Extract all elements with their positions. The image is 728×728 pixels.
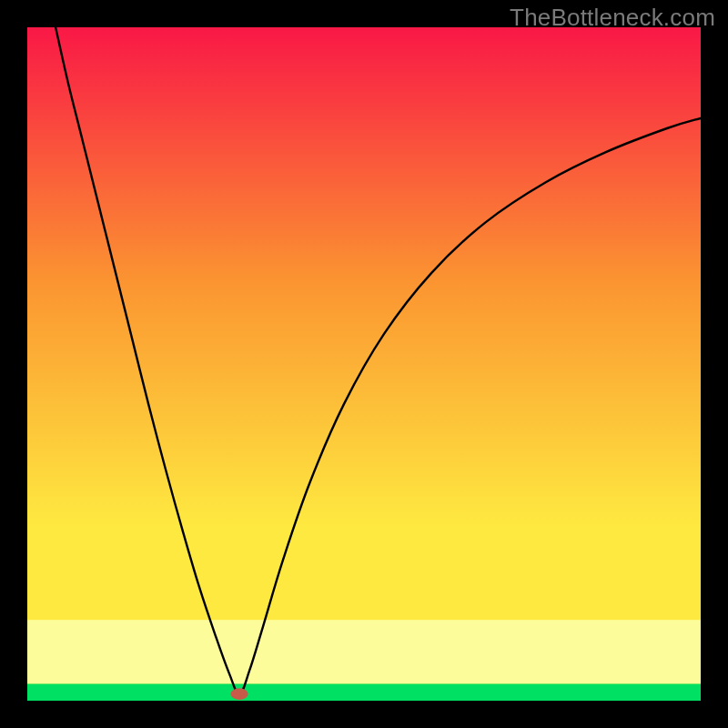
watermark-text: TheBottleneck.com [510, 4, 715, 32]
gradient-background [27, 27, 701, 701]
yellow-band [27, 620, 701, 683]
minimum-marker [230, 688, 248, 700]
green-base [27, 684, 701, 702]
chart-svg [0, 0, 728, 728]
bottleneck-chart: TheBottleneck.com [0, 0, 728, 728]
